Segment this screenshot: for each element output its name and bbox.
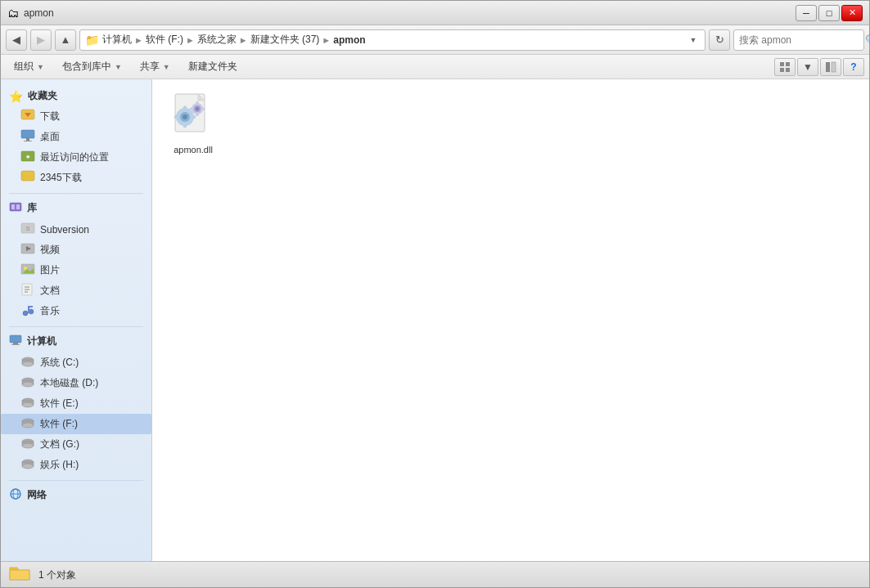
pictures-icon [20, 263, 35, 278]
divider-1 [9, 193, 143, 194]
breadcrumb-part-2[interactable]: 软件 (F:) [146, 33, 183, 47]
library-icon [9, 200, 22, 216]
divider-3 [9, 480, 143, 481]
search-input[interactable] [739, 34, 862, 46]
breadcrumb-part-3[interactable]: 系统之家 [197, 33, 237, 47]
computer-icon [9, 334, 22, 349]
search-icon[interactable]: 🔍 [865, 34, 870, 46]
forward-button[interactable]: ▶ [30, 29, 52, 51]
svg-point-40 [22, 382, 34, 387]
svg-point-66 [183, 114, 187, 119]
svg-rect-5 [832, 62, 836, 72]
new-folder-button[interactable]: 新建文件夹 [180, 56, 246, 77]
svg-rect-62 [174, 115, 178, 119]
downloads-label: 下载 [40, 110, 60, 123]
file-apmon-dll[interactable]: apmon.dll [160, 88, 226, 159]
organize-menu[interactable]: 组织 ▼ [6, 56, 52, 77]
content-area: apmon.dll [152, 79, 869, 561]
close-button[interactable]: ✕ [841, 5, 863, 21]
sidebar-item-g-drive[interactable]: 文档 (G:) [1, 434, 151, 455]
sidebar-item-f-drive[interactable]: 软件 (F:) [1, 414, 151, 434]
back-button[interactable]: ◀ [6, 29, 27, 51]
include-library-menu[interactable]: 包含到库中 ▼ [54, 56, 130, 77]
breadcrumb-part-4[interactable]: 新建文件夹 (37) [250, 33, 320, 47]
video-label: 视频 [40, 243, 60, 257]
address-bar[interactable]: 📁 计算机 ► 软件 (F:) ► 系统之家 ► 新建文件夹 (37) ► ap… [79, 29, 705, 51]
favorites-header[interactable]: ⭐ 收藏夹 [1, 86, 151, 106]
preview-pane-button[interactable] [820, 58, 841, 76]
sidebar-item-video[interactable]: 视频 [1, 240, 151, 260]
sidebar: ⭐ 收藏夹 下载 桌面 ★ 最近访问的位置 [1, 79, 152, 561]
up-button[interactable]: ▲ [55, 29, 76, 51]
computer-header[interactable]: 计算机 [1, 330, 151, 352]
breadcrumb-part-5[interactable]: apmon [333, 34, 365, 46]
sidebar-item-recent[interactable]: ★ 最近访问的位置 [1, 147, 151, 168]
sidebar-item-documents[interactable]: 文档 [1, 281, 151, 301]
share-menu[interactable]: 共享 ▼ [132, 56, 178, 77]
sidebar-item-e-drive[interactable]: 软件 (E:) [1, 393, 151, 414]
sidebar-item-h-drive[interactable]: 娱乐 (H:) [1, 455, 151, 475]
folder-icon: 📁 [85, 34, 99, 47]
large-icon-svg [779, 61, 791, 73]
include-library-arrow: ▼ [115, 63, 122, 71]
sidebar-item-desktop[interactable]: 桌面 [1, 127, 151, 147]
sidebar-item-2345[interactable]: 2345下载 [1, 168, 151, 188]
svg-rect-63 [192, 115, 196, 119]
g-drive-label: 文档 (G:) [40, 438, 79, 451]
svg-point-43 [22, 402, 34, 407]
share-arrow: ▼ [163, 63, 170, 71]
minimize-button[interactable]: ─ [796, 5, 817, 21]
sidebar-item-downloads[interactable]: 下载 [1, 106, 151, 127]
organize-arrow: ▼ [37, 63, 44, 71]
view-buttons: ▼ ? [774, 58, 864, 76]
title-bar-controls: ─ □ ✕ [796, 5, 863, 21]
address-dropdown-button[interactable]: ▼ [687, 30, 700, 50]
svg-rect-16 [16, 204, 20, 209]
svg-rect-34 [11, 344, 20, 345]
status-folder-icon [9, 564, 30, 586]
menubar: 组织 ▼ 包含到库中 ▼ 共享 ▼ 新建文件夹 ▼ ? [1, 55, 869, 79]
svg-rect-32 [10, 335, 21, 343]
status-text: 1 个对象 [38, 568, 76, 582]
svg-point-37 [22, 361, 34, 366]
sidebar-item-music[interactable]: 音乐 [1, 301, 151, 321]
view-dropdown-button[interactable]: ▼ [797, 58, 818, 76]
sidebar-item-pictures[interactable]: 图片 [1, 260, 151, 281]
svg-rect-15 [11, 204, 15, 209]
view-large-icon-button[interactable] [774, 58, 796, 76]
network-section: 网络 [1, 484, 151, 506]
svg-text:S: S [26, 226, 30, 231]
svg-point-49 [22, 443, 34, 448]
restore-button[interactable]: □ [818, 5, 840, 21]
sidebar-item-c-drive[interactable]: 系统 (C:) [1, 352, 151, 373]
library-header[interactable]: 库 [1, 197, 151, 219]
new-folder-label: 新建文件夹 [188, 60, 237, 74]
svg-rect-2 [780, 68, 784, 72]
favorites-icon: ⭐ [9, 90, 23, 103]
f-drive-icon [20, 416, 35, 432]
svg-rect-10 [24, 141, 32, 141]
favorites-section: ⭐ 收藏夹 下载 桌面 ★ 最近访问的位置 [1, 86, 151, 188]
svg-rect-9 [26, 138, 29, 141]
network-header[interactable]: 网络 [1, 484, 151, 506]
svg-rect-31 [28, 306, 33, 307]
d-drive-label: 本地磁盘 (D:) [40, 376, 98, 390]
search-bar: 🔍 [733, 29, 864, 51]
svg-rect-0 [780, 62, 784, 66]
address-bar-text: 计算机 ► 软件 (F:) ► 系统之家 ► 新建文件夹 (37) ► apmo… [102, 33, 683, 47]
svg-rect-33 [13, 343, 18, 344]
library-section: 库 S Subversion 视频 图片 [1, 197, 151, 321]
window-icon: 🗂 [7, 7, 19, 20]
h-drive-label: 娱乐 (H:) [40, 458, 79, 472]
e-drive-icon [20, 396, 35, 411]
svg-rect-13 [21, 171, 34, 181]
dll-file-icon [169, 92, 218, 141]
refresh-button[interactable]: ↻ [709, 29, 730, 51]
sidebar-item-d-drive[interactable]: 本地磁盘 (D:) [1, 373, 151, 393]
computer-label: 计算机 [27, 334, 56, 348]
help-button[interactable]: ? [843, 58, 864, 76]
breadcrumb-part-1[interactable]: 计算机 [102, 33, 132, 47]
sidebar-item-subversion[interactable]: S Subversion [1, 219, 151, 240]
svg-rect-61 [183, 123, 187, 128]
favorites-label: 收藏夹 [28, 89, 57, 103]
